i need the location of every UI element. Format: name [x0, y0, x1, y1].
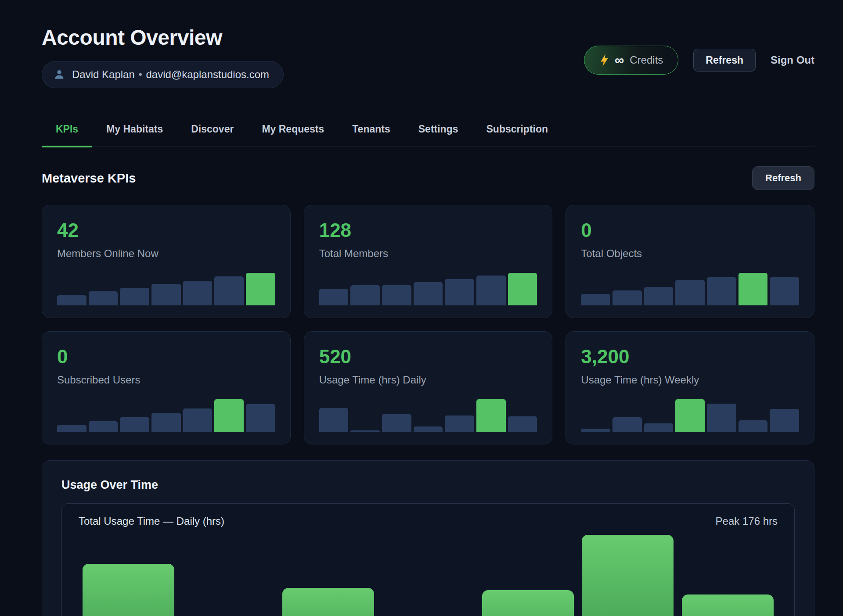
usage-section-title: Usage Over Time: [61, 478, 795, 492]
kpi-value: 520: [319, 347, 537, 367]
sparkline-bar: [120, 417, 149, 432]
sparkline-bar: [644, 287, 674, 305]
kpi-card-usage-time-hrs-weekly: 3,200Usage Time (hrs) Weekly: [566, 331, 814, 444]
sparkline-bar: [382, 285, 411, 305]
sparkline-bar: [476, 276, 506, 305]
lightning-icon: [599, 54, 609, 67]
sparkline-bar: [214, 276, 244, 305]
sparkline-bar: [151, 413, 181, 432]
credits-button[interactable]: ∞ Credits: [584, 46, 678, 75]
kpi-sparkline: [319, 273, 537, 305]
usage-bar: [83, 564, 174, 616]
sparkline-bar: [770, 277, 799, 305]
kpi-value: 3,200: [581, 347, 799, 367]
usage-bar: [482, 590, 574, 616]
sparkline-bar: [707, 404, 736, 432]
sparkline-bar: [382, 414, 411, 432]
user-name: David Kaplan: [72, 68, 135, 80]
credits-label: Credits: [630, 54, 663, 66]
sparkline-bar-highlight: [246, 273, 275, 305]
refresh-button[interactable]: Refresh: [693, 49, 756, 72]
user-icon: [54, 69, 65, 80]
kpi-label: Total Objects: [581, 247, 799, 260]
tab-my-habitats[interactable]: My Habitats: [92, 115, 177, 147]
usage-bar-slot: [178, 533, 278, 616]
usage-chart-title: Total Usage Time — Daily (hrs): [79, 515, 224, 527]
kpi-label: Total Members: [319, 247, 537, 260]
kpi-value: 0: [581, 220, 799, 240]
kpi-card-members-online-now: 42Members Online Now: [42, 205, 291, 318]
sparkline-bar: [739, 420, 768, 432]
kpi-section-header: Metaverse KPIs Refresh: [42, 166, 814, 190]
tab-subscription[interactable]: Subscription: [472, 115, 562, 147]
sparkline-bar-highlight: [508, 273, 537, 305]
usage-over-time-card: Usage Over Time Total Usage Time — Daily…: [42, 460, 814, 616]
tab-tenants[interactable]: Tenants: [338, 115, 404, 147]
sparkline-bar-highlight: [214, 399, 244, 432]
usage-bar: [682, 595, 774, 616]
sparkline-bar: [707, 277, 736, 305]
page-title: Account Overview: [42, 25, 284, 50]
sparkline-bar: [319, 408, 349, 432]
sparkline-bar: [414, 282, 443, 305]
sparkline-bar: [319, 289, 349, 305]
header-actions: ∞ Credits Refresh Sign Out: [584, 46, 814, 75]
tab-discover[interactable]: Discover: [177, 115, 248, 147]
kpi-label: Subscribed Users: [57, 374, 275, 386]
sparkline-bar: [183, 281, 213, 305]
sparkline-bar: [445, 279, 474, 306]
sign-out-button[interactable]: Sign Out: [771, 54, 814, 66]
user-badge: David Kaplan • david@kaplanstudios.com: [42, 61, 284, 88]
kpi-section-title: Metaverse KPIs: [42, 171, 136, 186]
sparkline-bar-highlight: [739, 273, 768, 305]
page: Account Overview David Kaplan • david@ka…: [0, 0, 843, 616]
sparkline-bar: [644, 423, 674, 432]
sparkline-bar: [57, 425, 86, 432]
tab-kpis[interactable]: KPIs: [42, 115, 92, 147]
sparkline-bar: [246, 404, 275, 432]
usage-bar: [282, 588, 374, 616]
sparkline-bar: [57, 295, 86, 306]
kpi-grid: 42Members Online Now128Total Members0Tot…: [42, 205, 814, 444]
kpi-refresh-button[interactable]: Refresh: [752, 166, 814, 190]
sparkline-bar: [350, 430, 380, 432]
kpi-label: Members Online Now: [57, 247, 275, 260]
usage-chart-header: Total Usage Time — Daily (hrs) Peak 176 …: [79, 515, 778, 527]
sparkline-bar: [183, 408, 213, 432]
kpi-card-total-members: 128Total Members: [304, 205, 553, 318]
header-left: Account Overview David Kaplan • david@ka…: [42, 25, 284, 88]
kpi-sparkline: [57, 273, 275, 305]
tabs: KPIsMy HabitatsDiscoverMy RequestsTenant…: [42, 115, 814, 147]
sparkline-bar: [120, 288, 149, 305]
sparkline-bar: [89, 291, 118, 305]
kpi-sparkline: [581, 273, 799, 305]
sparkline-bar: [445, 415, 474, 432]
kpi-value: 0: [57, 347, 275, 367]
kpi-sparkline: [319, 399, 537, 432]
kpi-card-subscribed-users: 0Subscribed Users: [42, 331, 291, 444]
sparkline-bar: [508, 416, 537, 432]
kpi-sparkline: [57, 399, 275, 432]
sparkline-bar: [612, 290, 642, 305]
tab-my-requests[interactable]: My Requests: [248, 115, 338, 147]
tab-settings[interactable]: Settings: [404, 115, 472, 147]
sparkline-bar: [350, 285, 380, 305]
user-line: David Kaplan • david@kaplanstudios.com: [72, 68, 269, 81]
sparkline-bar-highlight: [476, 399, 506, 432]
sparkline-bar: [612, 417, 642, 432]
kpi-value: 42: [57, 220, 275, 240]
kpi-label: Usage Time (hrs) Weekly: [581, 374, 799, 386]
kpi-value: 128: [319, 220, 537, 240]
sparkline-bar: [770, 409, 799, 432]
sparkline-bar: [151, 284, 181, 306]
kpi-card-total-objects: 0Total Objects: [566, 205, 814, 318]
user-separator: •: [138, 68, 142, 80]
usage-peak-label: Peak 176 hrs: [716, 515, 778, 527]
usage-bar-slot: [478, 533, 578, 616]
usage-chart-panel: Total Usage Time — Daily (hrs) Peak 176 …: [61, 503, 795, 616]
usage-bar-slot: [278, 533, 378, 616]
infinity-icon: ∞: [615, 54, 624, 67]
sparkline-bar: [581, 429, 610, 432]
usage-bar-slot: [578, 533, 677, 616]
sparkline-bar: [89, 421, 118, 432]
